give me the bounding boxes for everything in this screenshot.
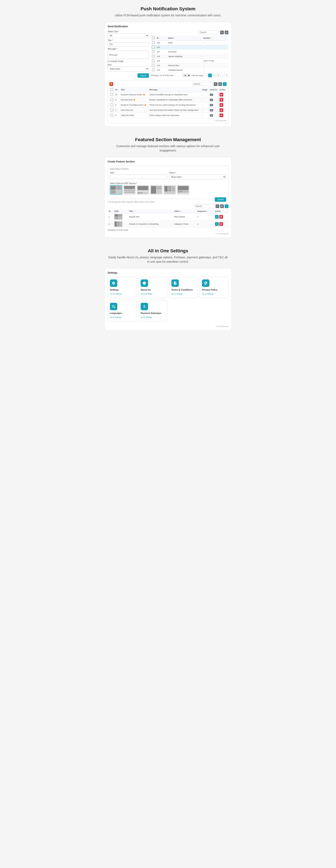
about-item-name: About Us xyxy=(141,288,165,291)
row-checkbox[interactable] xyxy=(110,93,113,96)
notif-search-input[interactable] xyxy=(192,82,213,86)
row-checkbox[interactable] xyxy=(110,114,113,117)
settings-card: Settings Settings Go to settings → About… xyxy=(104,268,232,331)
delete-notif-btn[interactable]: 🗑 xyxy=(220,103,223,107)
row-checkbox[interactable] xyxy=(110,98,113,101)
privacy-item-link[interactable]: Go to settings → xyxy=(202,293,216,295)
message-input[interactable] xyxy=(108,51,149,59)
delete-notif-btn[interactable]: 🗑 xyxy=(220,98,223,102)
style-thumb-5[interactable] xyxy=(164,185,176,194)
terms-item-link[interactable]: Go to settings → xyxy=(171,293,185,295)
notif-sendto: all xyxy=(209,92,218,97)
notif-grid-btn[interactable]: ⊞ xyxy=(218,82,222,86)
feature-filters-select[interactable]: Most Liked xyxy=(169,175,226,179)
style-thumb-2[interactable] xyxy=(123,185,136,194)
feature-download-btn[interactable]: ↓ xyxy=(225,205,228,208)
feature-pagination: Showing 1 to 2 of 2 rows xyxy=(108,229,228,231)
delete-feature-btn[interactable]: 🗑 xyxy=(219,215,223,219)
submit-button[interactable]: Submit xyxy=(138,73,149,78)
notif-id: 7 xyxy=(114,108,120,113)
languages-item-link[interactable]: Go to settings → xyxy=(110,316,124,318)
notif-select-all[interactable] xyxy=(110,88,113,91)
row-checkbox[interactable] xyxy=(110,103,113,106)
row-checkbox[interactable] xyxy=(152,55,155,58)
style-thumb-4[interactable] xyxy=(150,185,163,194)
row-checkbox[interactable] xyxy=(152,41,155,44)
row-checkbox[interactable] xyxy=(152,59,155,62)
page-3-btn[interactable]: 3 xyxy=(216,73,220,77)
include-image-checkbox[interactable] xyxy=(108,60,110,62)
feature-refresh-btn[interactable]: ↻ xyxy=(215,205,219,208)
notif-image: - xyxy=(201,102,209,108)
row-checkbox[interactable] xyxy=(152,68,155,71)
page-2-btn[interactable]: 2 xyxy=(212,73,216,77)
settings-item-privacy[interactable]: Privacy Policy Go to settings → xyxy=(200,277,228,298)
user-id: 126 xyxy=(156,54,167,59)
table-row: 6 Catch the Wave Fresh Listings Await Yo… xyxy=(109,113,227,118)
user-id: 129 xyxy=(156,45,167,50)
delete-feature-btn[interactable]: 🗑 xyxy=(219,222,223,226)
row-checkbox[interactable] xyxy=(110,109,113,112)
settings-item-about[interactable]: About Us Go to settings → xyxy=(138,277,167,298)
feature-title-label: Title * xyxy=(110,172,167,174)
notif-sendto: all xyxy=(209,108,218,113)
style-thumbnails-row xyxy=(110,185,226,194)
select-user-dropdown[interactable]: All xyxy=(108,33,149,38)
grid-icon-btn[interactable]: ⊞ xyxy=(225,31,228,34)
feature-search-input[interactable] xyxy=(194,204,215,208)
rows-per-page-select[interactable]: 10 xyxy=(182,74,191,77)
feature-submit-btn[interactable]: Submit xyxy=(215,197,226,202)
settings-item-link[interactable]: Go to settings → xyxy=(110,293,124,295)
delete-notif-btn[interactable]: 🗑 xyxy=(220,114,223,117)
message-label: Message * xyxy=(108,48,149,50)
edit-feature-btn[interactable]: ✏ xyxy=(215,215,219,219)
settings-item-languages[interactable]: Languages Go to settings → xyxy=(108,300,136,321)
row-checkbox[interactable] xyxy=(152,64,155,66)
feat-id: 1 xyxy=(108,213,113,220)
notifications-history-area: 🔔 ↻ ⊞ + ID ↕ Title ↕ Message ↕ Image Sen… xyxy=(108,80,228,123)
user-id: 130 xyxy=(156,40,167,45)
user-search-input[interactable] xyxy=(199,30,219,34)
shield-icon xyxy=(204,281,207,285)
settings-item-settings[interactable]: Settings Go to settings → xyxy=(108,277,136,298)
notif-image: - xyxy=(201,97,209,102)
notif-refresh-btn[interactable]: ↻ xyxy=(214,82,217,86)
notif-image: - xyxy=(201,108,209,113)
notif-add-btn[interactable]: + xyxy=(223,82,227,86)
prev-page-btn[interactable]: ‹ xyxy=(204,73,208,77)
row-checkbox[interactable] xyxy=(152,46,155,49)
settings-item-terms[interactable]: Terms & Conditions Go to settings → xyxy=(169,277,198,298)
feature-grid-btn[interactable]: ⊞ xyxy=(220,205,224,208)
delete-notif-btn[interactable]: 🗑 xyxy=(220,108,223,112)
payment-item-link[interactable]: Go to settings → xyxy=(141,316,155,318)
style-thumb-3[interactable] xyxy=(137,185,149,194)
page-7-btn[interactable]: 7 xyxy=(225,73,228,77)
refresh-icon-btn[interactable]: ↻ xyxy=(220,31,224,34)
user-search-row: ↻ ⊞ xyxy=(151,30,228,34)
title-input[interactable] xyxy=(108,42,149,46)
table-row: 7 Don't Miss Out Your Next Great Find Aw… xyxy=(109,108,227,113)
feat-style xyxy=(113,220,128,228)
feature-filters-label: Filters * xyxy=(169,172,226,174)
style-thumb-1[interactable] xyxy=(110,185,122,194)
style-thumb-6[interactable] xyxy=(177,185,189,194)
row-checkbox[interactable] xyxy=(152,50,155,53)
page-1-btn[interactable]: 1 xyxy=(208,73,212,77)
feat-col-sequence: Sequence ↕ xyxy=(196,209,214,213)
settings-item-payment[interactable]: Payment Gateways Go to settings → xyxy=(138,300,167,321)
edit-feature-btn[interactable]: ✏ xyxy=(215,222,219,226)
about-icon-container xyxy=(141,279,148,287)
item-select[interactable]: Select Item xyxy=(108,66,149,71)
pagination-controls: 10 rows per page ‹ 1 2 3 ... 7 xyxy=(182,73,228,77)
notifications-table: ID ↕ Title ↕ Message ↕ Image Send To Act… xyxy=(109,87,227,118)
user-id: 124 xyxy=(156,63,167,68)
notif-col-checkbox xyxy=(109,87,114,92)
delete-notif-btn[interactable]: 🗑 xyxy=(220,93,223,96)
user-number: +91*******39 xyxy=(202,59,228,63)
user-id: 127 xyxy=(156,50,167,54)
push-notification-desc: Utilize FCM-based push notification syst… xyxy=(107,13,229,18)
feature-title-input[interactable] xyxy=(110,175,167,179)
about-item-link[interactable]: Go to settings → xyxy=(141,293,155,295)
select-all-checkbox[interactable] xyxy=(152,36,155,39)
notification-top-area: Select User All Title * Message * Includ… xyxy=(108,30,228,78)
